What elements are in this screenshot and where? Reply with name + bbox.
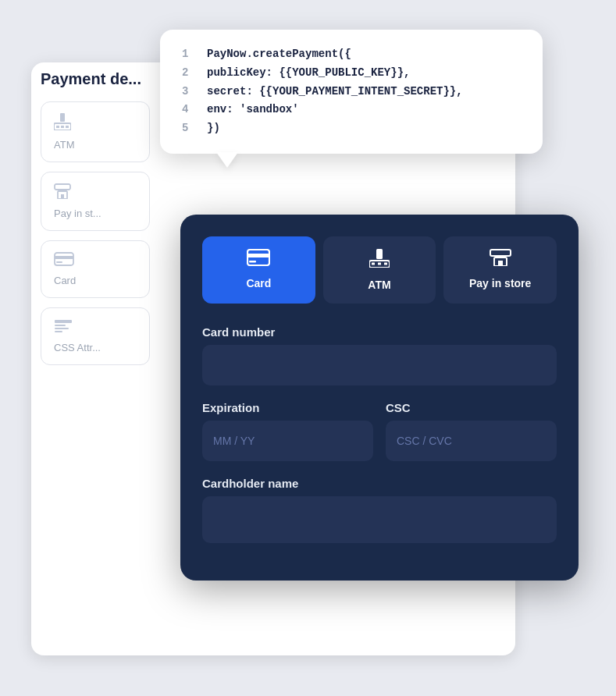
tab-store-label: Pay in store <box>469 277 531 289</box>
line-text-2: publicKey: {{YOUR_PUBLIC_KEY}}, <box>207 64 410 83</box>
code-tooltip: 1 PayNow.createPayment({ 2 publicKey: {{… <box>160 30 543 154</box>
cardholder-field-group: Cardholder name <box>202 477 557 543</box>
payment-tabs: Card ATM <box>202 236 557 304</box>
tab-atm[interactable]: ATM <box>323 236 436 304</box>
csc-input[interactable] <box>386 421 557 461</box>
line-num-5: 5 <box>182 119 194 138</box>
svg-rect-18 <box>376 249 383 259</box>
store-tab-icon <box>490 249 511 269</box>
line-num-4: 4 <box>182 101 194 119</box>
svg-rect-3 <box>61 126 64 128</box>
line-num-2: 2 <box>182 64 194 83</box>
csc-field-group: CSC <box>386 401 557 461</box>
payment-panel: Card ATM <box>180 215 579 581</box>
sidebar-item-css[interactable]: CSS Attr... <box>41 307 150 365</box>
expiration-field-group: Expiration <box>202 401 373 461</box>
line-text-5: }) <box>207 119 220 138</box>
sidebar: ATM Pay in st... Card <box>41 101 150 365</box>
line-num-1: 1 <box>182 45 194 64</box>
sidebar-item-css-label: CSS Attr... <box>54 342 101 353</box>
card-number-input[interactable] <box>202 345 557 385</box>
sidebar-item-card-label: Card <box>54 275 76 286</box>
svg-rect-23 <box>490 250 511 256</box>
line-num-3: 3 <box>182 83 194 101</box>
line-text-1: PayNow.createPayment({ <box>207 45 351 64</box>
cardholder-label: Cardholder name <box>202 477 557 490</box>
card-number-label: Card number <box>202 325 557 339</box>
tab-store[interactable]: Pay in store <box>443 236 557 304</box>
svg-rect-9 <box>55 256 73 259</box>
svg-rect-22 <box>384 263 387 265</box>
svg-rect-11 <box>55 320 72 323</box>
atm-icon <box>54 113 71 133</box>
code-line-1: 1 PayNow.createPayment({ <box>182 45 521 64</box>
tab-atm-label: ATM <box>368 279 390 291</box>
svg-rect-21 <box>378 263 381 265</box>
tab-card-label: Card <box>246 277 271 289</box>
card-number-field-group: Card number <box>202 325 557 385</box>
svg-rect-14 <box>55 331 62 332</box>
svg-rect-7 <box>61 194 64 199</box>
cardholder-input[interactable] <box>202 496 557 543</box>
csc-label: CSC <box>386 401 557 414</box>
svg-rect-16 <box>247 254 269 257</box>
line-text-4: env: 'sandbox' <box>207 101 299 119</box>
expiration-input[interactable] <box>202 421 373 461</box>
sidebar-item-card[interactable]: Card <box>41 240 150 298</box>
code-line-4: 4 env: 'sandbox' <box>182 101 521 119</box>
svg-rect-4 <box>66 126 69 128</box>
svg-rect-10 <box>56 261 62 263</box>
expiration-csc-row: Expiration CSC <box>202 401 557 461</box>
code-line-2: 2 publicKey: {{YOUR_PUBLIC_KEY}}, <box>182 64 521 83</box>
atm-tab-icon <box>369 249 390 271</box>
svg-rect-0 <box>60 113 65 122</box>
code-line-5: 5 }) <box>182 119 521 138</box>
svg-rect-2 <box>56 126 59 128</box>
expiration-label: Expiration <box>202 401 373 414</box>
tab-card[interactable]: Card <box>202 236 315 304</box>
sidebar-item-store-label: Pay in st... <box>54 208 101 219</box>
css-icon <box>54 319 73 336</box>
sidebar-item-atm[interactable]: ATM <box>41 101 150 162</box>
sidebar-item-atm-label: ATM <box>54 139 74 151</box>
card-icon <box>54 252 74 268</box>
page-title: Payment de... <box>41 70 141 88</box>
store-icon <box>54 183 71 201</box>
line-text-3: secret: {{YOUR_PAYMENT_INTENT_SECRET}}, <box>207 83 463 101</box>
svg-rect-25 <box>498 261 503 266</box>
svg-rect-12 <box>55 325 66 326</box>
card-tab-icon <box>247 249 270 269</box>
svg-rect-17 <box>249 261 256 263</box>
sidebar-item-store[interactable]: Pay in st... <box>41 172 150 231</box>
code-line-3: 3 secret: {{YOUR_PAYMENT_INTENT_SECRET}}… <box>182 83 521 101</box>
scene: Payment de... ATM <box>16 16 600 696</box>
svg-rect-13 <box>55 328 69 329</box>
svg-rect-5 <box>55 184 70 190</box>
svg-rect-20 <box>372 263 375 265</box>
